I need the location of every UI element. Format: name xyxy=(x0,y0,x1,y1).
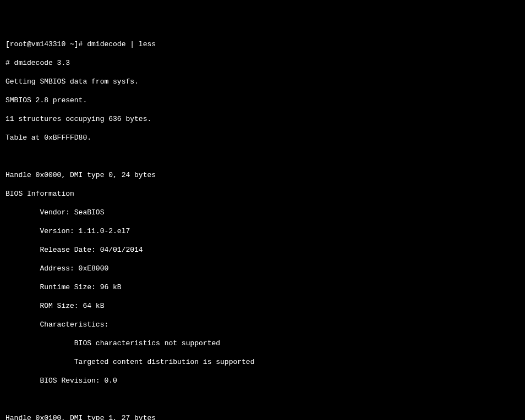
header-line: Getting SMBIOS data from sysfs. xyxy=(6,77,525,86)
command-prompt[interactable]: [root@vm143310 ~]# dmidecode | less xyxy=(6,40,525,49)
blank-line xyxy=(6,152,525,161)
bios-title: BIOS Information xyxy=(6,189,525,198)
header-line: Table at 0xBFFFFD80. xyxy=(6,133,525,142)
bios-field: Vendor: SeaBIOS xyxy=(6,208,525,217)
header-line: 11 structures occupying 636 bytes. xyxy=(6,114,525,124)
bios-field: Runtime Size: 96 kB xyxy=(6,283,525,292)
bios-field: Address: 0xE8000 xyxy=(6,264,525,273)
header-line: # dmidecode 3.3 xyxy=(6,58,525,68)
blank-line xyxy=(6,395,525,404)
bios-field: BIOS characteristics not supported xyxy=(6,339,525,348)
bios-field: Release Date: 04/01/2014 xyxy=(6,245,525,255)
bios-field: Characteristics: xyxy=(6,320,525,329)
bios-field: ROM Size: 64 kB xyxy=(6,301,525,311)
header-line: SMBIOS 2.8 present. xyxy=(6,96,525,105)
bios-field: BIOS Revision: 0.0 xyxy=(6,376,525,385)
bios-handle: Handle 0x0000, DMI type 0, 24 bytes xyxy=(6,170,525,180)
bios-field: Targeted content distribution is support… xyxy=(6,357,525,367)
system-handle: Handle 0x0100, DMI type 1, 27 bytes xyxy=(6,413,525,420)
bios-field: Version: 1.11.0-2.el7 xyxy=(6,226,525,236)
